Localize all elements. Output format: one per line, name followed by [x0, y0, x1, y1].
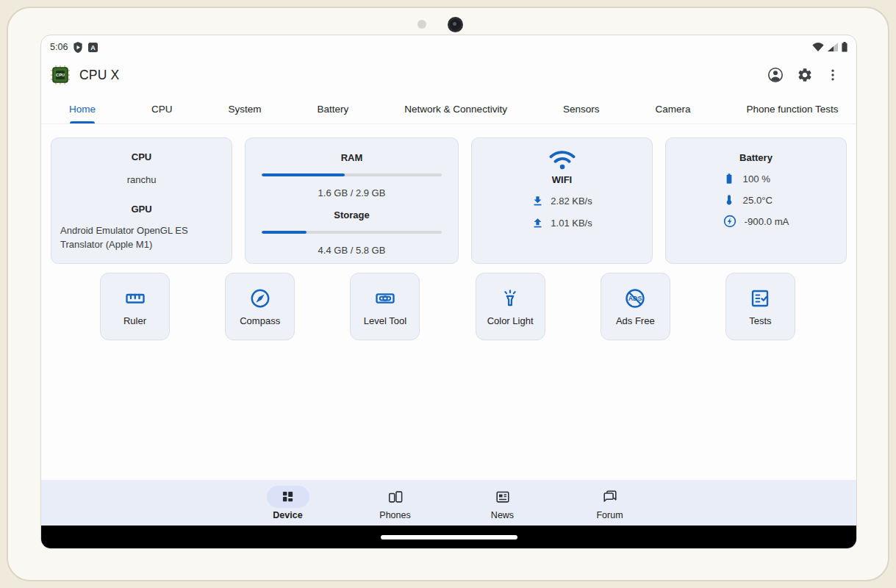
- wifi-title: WIFI: [472, 174, 652, 185]
- tab-sensors[interactable]: Sensors: [535, 94, 628, 123]
- forum-chat-icon: [602, 489, 618, 505]
- memory-card: RAM 1.6 GB / 2.9 GB Storage 4.4 GB / 5.8…: [245, 137, 459, 264]
- tools-row: Ruler Compass Level Tool Color Light: [100, 273, 795, 340]
- upload-icon: [531, 217, 544, 229]
- app-bar: CPU CPU X: [41, 56, 856, 94]
- app-title: CPU X: [79, 68, 119, 83]
- download-icon: [531, 195, 544, 207]
- tests-tool-button[interactable]: Tests: [725, 273, 795, 340]
- ruler-tool-button[interactable]: Ruler: [100, 273, 170, 340]
- battery-temperature-value: 25.0°C: [743, 195, 773, 206]
- tool-label: Color Light: [487, 315, 534, 326]
- tab-home[interactable]: Home: [41, 94, 123, 123]
- charging-current-icon: [723, 215, 736, 228]
- ruler-icon: [124, 287, 146, 309]
- wifi-status-icon: [812, 43, 824, 51]
- battery-status-icon: [842, 42, 847, 52]
- wifi-card: WIFI 2.82 KB/s 1.01 KB/s: [471, 137, 653, 264]
- home-gesture-pill[interactable]: [381, 535, 517, 539]
- cpu-x-app-icon: CPU: [51, 65, 70, 85]
- flashlight-icon: [499, 287, 521, 309]
- active-nav-pill: [267, 486, 309, 508]
- tool-label: Tests: [749, 315, 771, 326]
- compass-tool-button[interactable]: Compass: [225, 273, 295, 340]
- tab-phone-function-tests[interactable]: Phone function Tests: [718, 94, 856, 123]
- ram-usage-value: 1.6 GB / 2.9 GB: [262, 187, 442, 198]
- nav-label: News: [491, 510, 514, 520]
- storage-progress-bar: [262, 231, 442, 234]
- nav-label: Device: [273, 510, 302, 520]
- tool-label: Ruler: [123, 315, 146, 326]
- storage-usage-value: 4.4 GB / 5.8 GB: [262, 245, 442, 256]
- settings-gear-button[interactable]: [797, 67, 813, 83]
- tool-label: Compass: [240, 315, 280, 326]
- account-button[interactable]: [767, 66, 784, 84]
- ram-progress-fill: [262, 173, 345, 176]
- tab-camera[interactable]: Camera: [627, 94, 718, 123]
- battery-level-row: 100 %: [723, 172, 770, 185]
- tab-network-connectivity[interactable]: Network & Connectivity: [376, 94, 535, 123]
- cpu-gpu-card: CPU ranchu GPU Android Emulator OpenGL E…: [51, 137, 232, 264]
- status-bar: 5:06 A: [41, 35, 856, 56]
- nav-label: Forum: [596, 510, 623, 520]
- battery-title: Battery: [666, 152, 846, 163]
- privacy-shield-icon: [73, 42, 83, 53]
- storage-progress-fill: [262, 231, 307, 234]
- tests-checklist-icon: [749, 287, 771, 309]
- cellular-signal-icon: [828, 43, 838, 51]
- download-speed-value: 2.82 KB/s: [551, 196, 592, 207]
- device-screen: 5:06 A CPU: [40, 35, 857, 549]
- upload-speed-value: 1.01 KB/s: [551, 218, 592, 229]
- ram-progress-bar: [262, 173, 442, 176]
- svg-text:A: A: [91, 43, 96, 51]
- tab-battery[interactable]: Battery: [290, 94, 377, 123]
- gpu-name-value: Android Emulator OpenGL ES Translator (A…: [51, 224, 232, 252]
- system-navigation-bar: [41, 526, 856, 548]
- front-camera: [448, 17, 463, 32]
- thermometer-icon: [723, 193, 735, 207]
- color-light-tool-button[interactable]: Color Light: [476, 273, 545, 340]
- status-right-icons: [812, 42, 847, 52]
- tab-bar: Home CPU System Battery Network & Connec…: [41, 94, 856, 124]
- nav-item-forum[interactable]: Forum: [556, 486, 664, 520]
- overflow-menu-button[interactable]: [825, 68, 840, 82]
- battery-level-value: 100 %: [743, 173, 770, 184]
- tab-system[interactable]: System: [201, 94, 290, 123]
- battery-temperature-row: 25.0°C: [723, 193, 773, 207]
- cpu-card-title: CPU: [51, 151, 232, 162]
- wifi-icon: [472, 149, 652, 171]
- phones-devices-icon: [387, 489, 404, 505]
- bottom-navigation: Device Phones News F: [41, 480, 856, 526]
- ads-free-icon: ADS: [624, 287, 646, 309]
- home-content: CPU ranchu GPU Android Emulator OpenGL E…: [41, 124, 856, 480]
- ram-title: RAM: [262, 152, 442, 163]
- download-speed-row: 2.82 KB/s: [531, 195, 592, 207]
- battery-card: Battery 100 % 25.0°C: [665, 137, 847, 264]
- compass-icon: [249, 287, 271, 309]
- gpu-card-title: GPU: [51, 204, 232, 215]
- battery-current-value: -900.0 mA: [745, 216, 789, 227]
- cpu-name-value: ranchu: [51, 174, 232, 185]
- battery-current-row: -900.0 mA: [723, 215, 789, 228]
- active-tab-indicator: [70, 121, 95, 123]
- letter-a-status-icon: A: [88, 43, 98, 52]
- tool-label: Level Tool: [364, 315, 406, 326]
- nav-label: Phones: [379, 510, 410, 520]
- svg-text:CPU: CPU: [56, 73, 65, 77]
- battery-level-icon: [723, 172, 735, 185]
- status-clock: 5:06: [50, 42, 68, 52]
- ads-free-tool-button[interactable]: ADS Ads Free: [601, 273, 670, 340]
- tab-cpu[interactable]: CPU: [123, 94, 201, 123]
- tool-label: Ads Free: [616, 315, 655, 326]
- device-dashboard-icon: [280, 489, 295, 504]
- nav-item-news[interactable]: News: [449, 486, 556, 520]
- storage-title: Storage: [262, 209, 442, 220]
- upload-speed-row: 1.01 KB/s: [531, 217, 592, 229]
- nav-item-phones[interactable]: Phones: [342, 486, 449, 520]
- news-newspaper-icon: [495, 489, 511, 505]
- info-cards-row: CPU ranchu GPU Android Emulator OpenGL E…: [51, 137, 847, 264]
- level-tool-button[interactable]: Level Tool: [350, 273, 420, 340]
- level-tool-icon: [374, 287, 396, 309]
- nav-item-device[interactable]: Device: [234, 486, 342, 520]
- light-sensor-dot: [417, 20, 426, 29]
